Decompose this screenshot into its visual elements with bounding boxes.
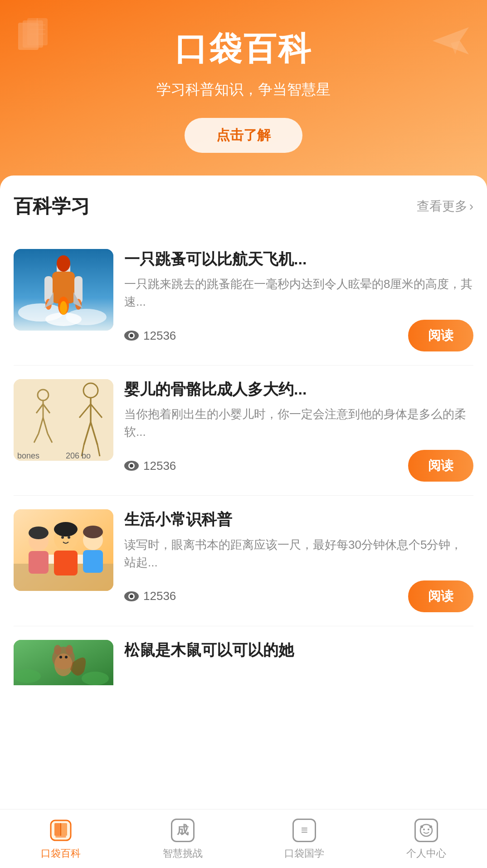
svg-rect-76	[54, 823, 61, 836]
svg-point-26	[130, 334, 133, 337]
article-title: 婴儿的骨骼比成人多大约...	[124, 379, 473, 399]
eye-icon	[124, 589, 139, 604]
article-title: 一只跳蚤可以比航天飞机...	[124, 249, 473, 269]
rocket-image	[14, 249, 113, 331]
article-card: 生活小常识科普 读写时，眼离书本的距离应该一尺，最好每30分钟休息个5分钟，站起…	[14, 496, 473, 626]
view-count: 12536	[143, 589, 176, 603]
nav-item-profile[interactable]: 个人中心	[365, 818, 487, 860]
page-header: 口袋百科 学习科普知识，争当智慧星 点击了解	[0, 0, 487, 189]
svg-rect-59	[83, 550, 103, 573]
profile-nav-icon	[414, 818, 439, 843]
article-content: 一只跳蚤可以比航天飞机... 一只跳来跳去的跳蚤能在一毫秒内达到令人眩晕的8厘米…	[124, 249, 473, 351]
section-title: 百科学习	[14, 194, 90, 219]
article-desc: 读写时，眼离书本的距离应该一尺，最好每30分钟休息个5分钟，站起...	[124, 536, 473, 571]
svg-rect-79	[55, 836, 66, 838]
article-content: 生活小常识科普 读写时，眼离书本的距离应该一尺，最好每30分钟休息个5分钟，站起…	[124, 509, 473, 612]
svg-rect-56	[54, 551, 78, 575]
svg-point-74	[82, 672, 109, 685]
svg-text:bones: bones	[17, 451, 39, 460]
svg-point-68	[54, 653, 73, 676]
article-title-partial: 松鼠是木鼠可以可以的她	[124, 640, 473, 660]
app-title: 口袋百科	[18, 27, 469, 71]
article-card: bones 206 bo 婴儿的骨骼比成人多大约... 当你抱着刚出生的小婴儿时…	[14, 366, 473, 496]
article-thumbnail: bones 206 bo	[14, 379, 113, 461]
article-views: 12536	[124, 458, 176, 473]
bottom-spacer	[14, 685, 473, 749]
svg-point-19	[60, 301, 67, 315]
svg-point-82	[428, 829, 429, 830]
article-thumbnail	[14, 249, 113, 331]
svg-rect-53	[29, 551, 49, 574]
svg-point-71	[59, 656, 62, 658]
nav-label-classics: 口袋国学	[284, 847, 324, 860]
profile-icon-svg	[419, 824, 433, 837]
article-desc: 当你抱着刚出生的小婴儿时，你一定会注意到他的身体是多么的柔软...	[124, 405, 473, 441]
nav-item-challenge[interactable]: 成 智慧挑战	[122, 818, 244, 860]
svg-point-14	[57, 255, 70, 272]
svg-point-61	[61, 536, 64, 539]
article-desc: 一只跳来跳去的跳蚤能在一毫秒内达到令人眩晕的8厘米的高度，其速...	[124, 275, 473, 311]
view-count: 12536	[143, 459, 176, 473]
article-footer: 12536 阅读	[124, 320, 473, 351]
nav-item-classics[interactable]: ≡ 口袋国学	[244, 818, 365, 860]
article-thumbnail	[14, 509, 113, 591]
nav-label-challenge: 智慧挑战	[163, 847, 203, 860]
view-icon-svg	[124, 331, 139, 341]
eye-icon	[124, 458, 139, 473]
svg-point-69	[54, 645, 61, 655]
nav-item-encyclopedia[interactable]: 口袋百科	[0, 818, 122, 860]
article-views: 12536	[124, 589, 176, 604]
svg-point-70	[66, 645, 73, 655]
see-more-label: 查看更多	[417, 198, 468, 215]
nav-label-encyclopedia: 口袋百科	[41, 847, 81, 860]
main-content-card: 百科学习 查看更多 ›	[0, 176, 487, 810]
svg-point-62	[68, 536, 70, 539]
skeleton-image: bones 206 bo	[14, 379, 113, 461]
bottom-navigation: 口袋百科 成 智慧挑战 ≡ 口袋国学	[0, 809, 487, 868]
article-title: 生活小常识科普	[124, 509, 473, 529]
encyclopedia-nav-icon	[48, 818, 73, 843]
svg-point-81	[423, 829, 425, 830]
view-icon-svg	[124, 591, 139, 601]
chevron-right-icon: ›	[469, 199, 473, 214]
kids-image	[14, 509, 113, 591]
article-card: 一只跳蚤可以比航天飞机... 一只跳来跳去的跳蚤能在一毫秒内达到令人眩晕的8厘米…	[14, 235, 473, 366]
svg-point-83	[420, 825, 423, 828]
view-icon-svg	[124, 461, 139, 471]
eye-icon	[124, 328, 139, 343]
svg-point-72	[65, 656, 68, 658]
book-nav-icon-svg	[49, 819, 73, 842]
svg-point-54	[29, 527, 49, 539]
svg-point-84	[429, 825, 432, 828]
section-header: 百科学习 查看更多 ›	[14, 194, 473, 219]
read-button[interactable]: 阅读	[408, 320, 473, 351]
svg-rect-77	[61, 823, 67, 836]
svg-point-73	[14, 669, 41, 683]
see-more-button[interactable]: 查看更多 ›	[417, 198, 473, 215]
challenge-nav-icon: 成	[170, 818, 195, 843]
classics-icon-box: ≡	[292, 819, 316, 842]
svg-point-65	[130, 595, 133, 598]
svg-point-48	[130, 464, 133, 468]
article-views: 12536	[124, 328, 176, 343]
read-button[interactable]: 阅读	[408, 450, 473, 482]
svg-text:206 bo: 206 bo	[66, 451, 91, 460]
article-footer: 12536 阅读	[124, 580, 473, 612]
article-card-partial: 松鼠是木鼠可以可以的她	[14, 626, 473, 685]
article-footer: 12536 阅读	[124, 450, 473, 482]
profile-icon-box	[414, 819, 438, 842]
read-button[interactable]: 阅读	[408, 580, 473, 612]
nav-label-profile: 个人中心	[406, 847, 446, 860]
learn-more-button[interactable]: 点击了解	[185, 118, 302, 153]
article-content: 婴儿的骨骼比成人多大约... 当你抱着刚出生的小婴儿时，你一定会注意到他的身体是…	[124, 379, 473, 482]
article-content-partial: 松鼠是木鼠可以可以的她	[124, 640, 473, 660]
svg-point-60	[83, 526, 103, 538]
app-subtitle: 学习科普知识，争当智慧星	[18, 80, 469, 100]
classics-nav-icon: ≡	[292, 818, 317, 843]
article-thumbnail-partial	[14, 640, 113, 685]
challenge-icon-box: 成	[171, 819, 195, 842]
view-count: 12536	[143, 329, 176, 343]
green-image	[14, 640, 113, 685]
svg-point-57	[54, 522, 78, 536]
